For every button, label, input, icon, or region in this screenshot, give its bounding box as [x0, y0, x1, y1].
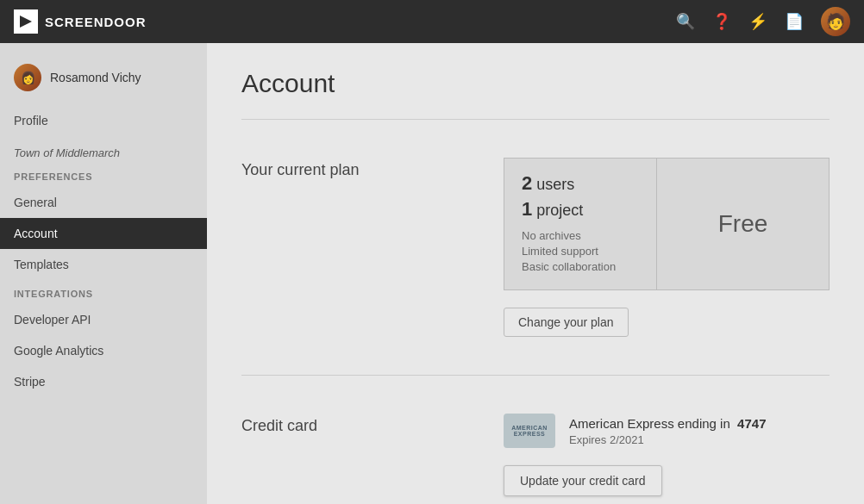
divider-1 [241, 119, 830, 120]
help-icon[interactable]: ❓ [712, 12, 731, 31]
plan-feature-3: Basic collaboration [522, 260, 639, 273]
search-icon[interactable]: 🔍 [676, 12, 695, 31]
plan-users: 2 users [522, 172, 639, 195]
card-last4: 4747 [737, 416, 766, 431]
current-plan-section: Your current plan 2 users 1 project No a… [241, 140, 830, 354]
plan-details: 2 users 1 project No archives Limited su… [504, 159, 656, 289]
current-plan-label: Your current plan [241, 158, 483, 179]
app-logo[interactable]: SCREENDOOR [14, 9, 676, 34]
amex-logo: AMERICAN EXPRESS [504, 414, 555, 448]
divider-2 [241, 375, 830, 376]
sidebar-item-developer-api[interactable]: Developer API [0, 304, 207, 335]
sidebar: 👩 Rosamond Vichy Profile Town of Middlem… [0, 43, 207, 504]
amex-text-line1: AMERICAN [511, 425, 548, 431]
top-nav: SCREENDOOR 🔍 ❓ ⚡ 📄 🧑 [0, 0, 864, 43]
plan-feature-1: No archives [522, 229, 639, 242]
plan-box: 2 users 1 project No archives Limited su… [504, 158, 830, 290]
app-layout: 👩 Rosamond Vichy Profile Town of Middlem… [0, 43, 864, 504]
amex-text-line2: EXPRESS [514, 431, 546, 437]
sidebar-user: 👩 Rosamond Vichy [0, 57, 207, 105]
logo-icon [14, 9, 38, 34]
nav-icons: 🔍 ❓ ⚡ 📄 🧑 [676, 7, 850, 36]
card-info: American Express ending in 4747 Expires … [569, 416, 766, 446]
page-title: Account [241, 69, 830, 98]
plan-project: 1 project [522, 198, 639, 221]
document-icon[interactable]: 📄 [785, 12, 804, 31]
sidebar-item-google-analytics[interactable]: Google Analytics [0, 335, 207, 366]
update-card-button[interactable]: Update your credit card [504, 465, 662, 496]
card-content: AMERICAN EXPRESS American Express ending… [504, 414, 830, 496]
card-expires: Expires 2/2021 [569, 433, 766, 446]
plan-tier: Free [656, 159, 829, 289]
app-name: SCREENDOOR [45, 15, 147, 29]
sidebar-item-general[interactable]: General [0, 187, 207, 218]
sidebar-org-name: Town of Middlemarch [0, 136, 207, 163]
bolt-icon[interactable]: ⚡ [748, 12, 767, 31]
card-name: American Express ending in 4747 [569, 416, 766, 431]
plan-feature-2: Limited support [522, 245, 639, 258]
sidebar-item-account[interactable]: Account [0, 218, 207, 249]
sidebar-item-templates[interactable]: Templates [0, 249, 207, 280]
sidebar-item-profile[interactable]: Profile [0, 105, 207, 136]
plan-content: 2 users 1 project No archives Limited su… [504, 158, 830, 337]
sidebar-section-integrations: INTEGRATIONS [0, 280, 207, 304]
credit-card-row: AMERICAN EXPRESS American Express ending… [504, 414, 830, 448]
sidebar-section-preferences: PREFERENCES [0, 163, 207, 187]
credit-card-label: Credit card [241, 414, 483, 435]
user-avatar[interactable]: 🧑 [821, 7, 850, 36]
sidebar-item-stripe[interactable]: Stripe [0, 366, 207, 397]
sidebar-user-name: Rosamond Vichy [50, 71, 141, 84]
credit-card-section: Credit card AMERICAN EXPRESS American Ex… [241, 396, 830, 504]
main-content: Account Your current plan 2 users 1 proj… [207, 43, 864, 504]
sidebar-avatar: 👩 [14, 64, 41, 91]
change-plan-button[interactable]: Change your plan [504, 308, 629, 337]
